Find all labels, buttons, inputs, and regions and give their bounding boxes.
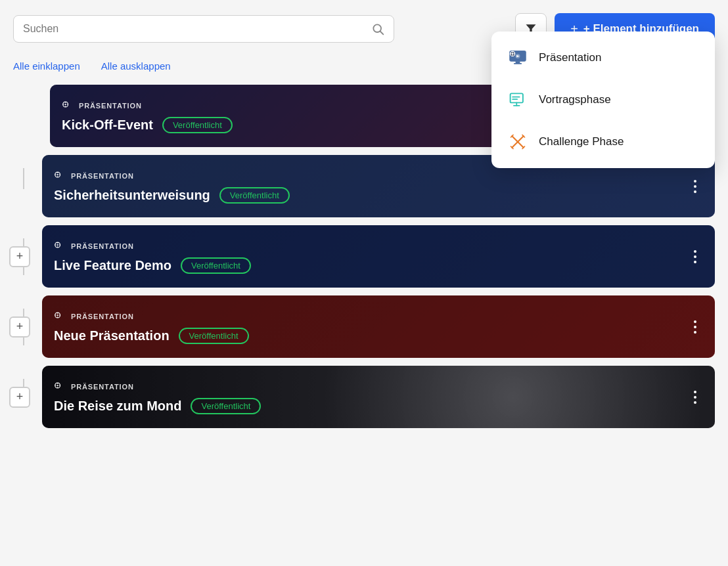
card-type-label-2: PRÄSENTATION xyxy=(71,242,134,250)
main-container: + + Element hinzufügen xyxy=(0,0,728,449)
card-menu-button-2[interactable] xyxy=(685,246,706,267)
card-type-icon-4 xyxy=(54,380,66,394)
card-title-row-4: Die Reise zum Mond Veröffentlicht xyxy=(54,398,703,414)
add-element-wrapper: + + Element hinzufügen xyxy=(555,13,715,45)
add-row-button-3[interactable]: + xyxy=(9,316,30,337)
card-type-label-1: PRÄSENTATION xyxy=(71,172,134,180)
search-button[interactable] xyxy=(371,22,384,35)
card-content-2: PRÄSENTATION Live Feature Demo Veröffent… xyxy=(42,225,715,288)
card-4[interactable]: PRÄSENTATION Die Reise zum Mond Veröffen… xyxy=(42,366,715,428)
card-menu-button-4[interactable] xyxy=(685,387,706,408)
collapse-all-link[interactable]: Alle einklappen xyxy=(13,60,80,72)
card-badge-3: Veröffentlicht xyxy=(179,328,249,344)
card-content-3: PRÄSENTATION Neue Präsentation Veröffent… xyxy=(42,295,715,358)
card-badge-0: Veröffentlicht xyxy=(162,117,233,133)
three-dots-icon-3 xyxy=(694,320,696,334)
svg-rect-4 xyxy=(514,63,522,64)
card-type-row-4: PRÄSENTATION xyxy=(54,380,703,394)
card-type-row-3: PRÄSENTATION xyxy=(54,309,703,324)
card-title-2: Live Feature Demo xyxy=(54,258,171,273)
card-3[interactable]: PRÄSENTATION Neue Präsentation Veröffent… xyxy=(42,295,715,358)
card-badge-4: Veröffentlicht xyxy=(191,398,261,414)
card-title-4: Die Reise zum Mond xyxy=(54,399,181,414)
svg-line-1 xyxy=(380,32,384,35)
expand-all-link[interactable]: Alle ausklappen xyxy=(101,60,171,72)
add-row-button-2[interactable]: + xyxy=(9,246,30,267)
svg-point-37 xyxy=(57,244,58,246)
challenge-phase-icon xyxy=(507,131,528,152)
add-element-dropdown: Präsentation Vortragspha xyxy=(491,32,715,168)
vortragsphase-icon xyxy=(507,89,528,110)
search-input[interactable] xyxy=(23,23,366,35)
dropdown-item-vortragsphase[interactable]: Vortragsphase xyxy=(491,79,715,121)
card-title-row-1: Sicherheitsunterweisung Veröffentlicht xyxy=(54,187,703,204)
card-content-4: PRÄSENTATION Die Reise zum Mond Veröffen… xyxy=(42,366,715,428)
dropdown-item-praesentation[interactable]: Präsentation xyxy=(491,37,715,79)
dropdown-item-challenge-phase-label: Challenge Phase xyxy=(539,135,624,148)
three-dots-icon-1 xyxy=(694,180,696,193)
card-badge-1: Veröffentlicht xyxy=(219,187,290,204)
card-type-row-1: PRÄSENTATION xyxy=(54,169,703,183)
card-type-row-2: PRÄSENTATION xyxy=(54,239,703,253)
dropdown-item-challenge-phase[interactable]: Challenge Phase xyxy=(491,121,715,163)
card-menu-button-3[interactable] xyxy=(685,316,706,337)
row-wrapper-3: + xyxy=(13,295,715,358)
toolbar: + + Element hinzufügen xyxy=(13,13,715,45)
svg-point-31 xyxy=(57,174,58,175)
svg-point-49 xyxy=(57,385,58,386)
card-title-row-2: Live Feature Demo Veröffentlicht xyxy=(54,257,703,274)
plus-icon-3: + xyxy=(16,320,24,334)
svg-rect-3 xyxy=(516,61,520,63)
plus-icon-2: + xyxy=(16,250,24,263)
card-type-icon-2 xyxy=(54,239,66,253)
plus-icon-4: + xyxy=(16,390,24,404)
three-dots-icon-2 xyxy=(694,250,696,263)
card-type-icon-0 xyxy=(62,98,74,113)
card-menu-button-1[interactable] xyxy=(685,176,706,197)
card-badge-2: Veröffentlicht xyxy=(181,257,251,274)
card-type-label-3: PRÄSENTATION xyxy=(71,313,134,320)
search-wrapper xyxy=(13,15,394,43)
card-type-icon-3 xyxy=(54,309,66,324)
dropdown-item-vortragsphase-label: Vortragsphase xyxy=(539,93,611,106)
svg-point-43 xyxy=(57,315,58,316)
row-wrapper-4: + xyxy=(13,366,715,428)
svg-rect-13 xyxy=(511,93,523,102)
toolbar-right: + + Element hinzufügen xyxy=(515,13,715,45)
add-row-button-4[interactable]: + xyxy=(9,387,30,408)
card-title-1: Sicherheitsunterweisung xyxy=(54,188,210,203)
card-title-3: Neue Präsentation xyxy=(54,328,170,343)
card-type-icon-1 xyxy=(54,169,66,183)
card-type-label-4: PRÄSENTATION xyxy=(71,383,134,391)
card-title-row-3: Neue Präsentation Veröffentlicht xyxy=(54,328,703,344)
card-2[interactable]: PRÄSENTATION Live Feature Demo Veröffent… xyxy=(42,225,715,288)
praesentation-icon xyxy=(507,47,528,68)
card-type-label-0: PRÄSENTATION xyxy=(79,102,142,110)
svg-point-8 xyxy=(512,53,514,55)
dropdown-item-praesentation-label: Präsentation xyxy=(539,51,601,64)
svg-point-25 xyxy=(65,104,66,105)
card-title-0: Kick-Off-Event xyxy=(62,118,153,133)
row-wrapper-2: + xyxy=(13,225,715,288)
three-dots-icon-4 xyxy=(694,391,696,404)
